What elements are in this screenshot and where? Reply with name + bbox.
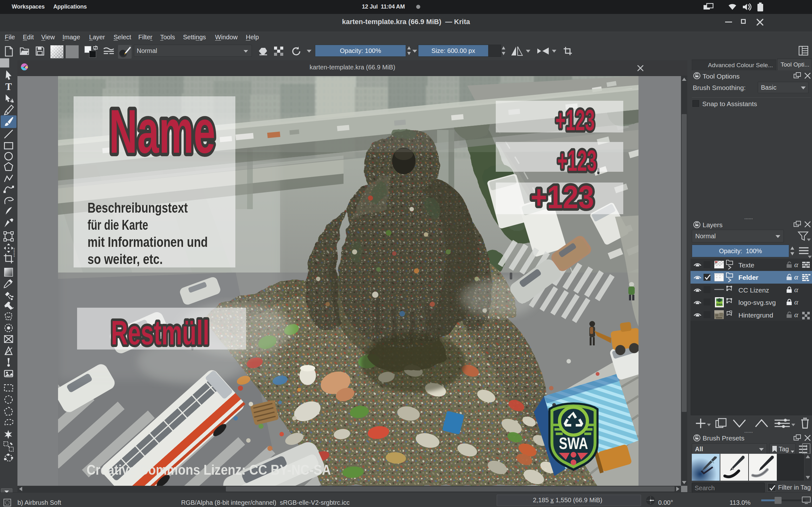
svg-text:Creative Commons Lizenz: CC BY: Creative Commons Lizenz: CC BY-NC-SA xyxy=(87,462,331,477)
svg-text:Restmüll: Restmüll xyxy=(111,314,209,352)
svg-text:+123: +123 xyxy=(555,104,595,136)
svg-text:mit Informationen und: mit Informationen und xyxy=(88,234,208,250)
svg-text:+123: +123 xyxy=(557,145,597,177)
svg-text:SWA: SWA xyxy=(716,303,723,306)
svg-text:Beschreibungstext: Beschreibungstext xyxy=(88,200,188,216)
svg-text:SWA: SWA xyxy=(559,434,588,452)
svg-text:so weiter, etc.: so weiter, etc. xyxy=(88,251,163,267)
svg-text:Name: Name xyxy=(109,97,215,166)
svg-text:für die Karte: für die Karte xyxy=(88,217,148,233)
svg-text:+123: +123 xyxy=(531,179,594,215)
